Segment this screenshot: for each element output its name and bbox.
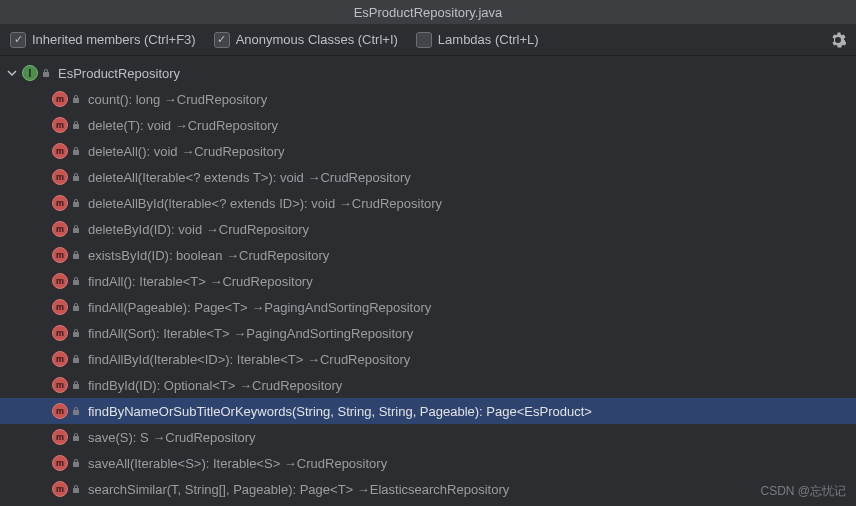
tree-method-node[interactable]: mfindAllById(Iterable<ID>): Iterable<T> … xyxy=(0,346,856,372)
watermark: CSDN @忘忧记 xyxy=(760,483,846,500)
lock-icon xyxy=(70,249,82,261)
method-label: findById(ID): Optional<T> →CrudRepositor… xyxy=(88,378,342,393)
checkbox-icon xyxy=(416,32,432,48)
lock-icon xyxy=(70,197,82,209)
method-label: deleteById(ID): void →CrudRepository xyxy=(88,222,309,237)
tree-method-node[interactable]: mdeleteById(ID): void →CrudRepository xyxy=(0,216,856,242)
method-label: searchSimilar(T, String[], Pageable): Pa… xyxy=(88,482,509,497)
method-icon: m xyxy=(52,299,68,315)
lock-icon xyxy=(70,93,82,105)
chevron-down-icon[interactable] xyxy=(4,65,20,81)
tree-method-node[interactable]: msearchSimilar(T, String[], Pageable): P… xyxy=(0,476,856,502)
tree-root-node[interactable]: I EsProductRepository xyxy=(0,60,856,86)
method-label: findByNameOrSubTitleOrKeywords(String, S… xyxy=(88,404,592,419)
method-icon: m xyxy=(52,481,68,497)
tree-method-node[interactable]: mfindAll(Sort): Iterable<T> →PagingAndSo… xyxy=(0,320,856,346)
lock-icon xyxy=(70,145,82,157)
method-label: deleteAll(Iterable<? extends T>): void →… xyxy=(88,170,411,185)
method-label: saveAll(Iterable<S>): Iterable<S> →CrudR… xyxy=(88,456,387,471)
method-icon: m xyxy=(52,195,68,211)
lock-icon xyxy=(70,405,82,417)
method-icon: m xyxy=(52,429,68,445)
lock-icon xyxy=(70,457,82,469)
title-bar: EsProductRepository.java xyxy=(0,0,856,24)
method-icon: m xyxy=(52,351,68,367)
lock-icon xyxy=(70,379,82,391)
inherited-members-toggle[interactable]: Inherited members (Ctrl+F3) xyxy=(10,32,196,48)
tree-method-node[interactable]: msaveAll(Iterable<S>): Iterable<S> →Crud… xyxy=(0,450,856,476)
method-icon: m xyxy=(52,403,68,419)
root-label: EsProductRepository xyxy=(58,66,180,81)
method-icon: m xyxy=(52,455,68,471)
tree-method-node[interactable]: mfindByNameOrSubTitleOrKeywords(String, … xyxy=(0,398,856,424)
method-label: existsById(ID): boolean →CrudRepository xyxy=(88,248,329,263)
inherited-members-label: Inherited members (Ctrl+F3) xyxy=(32,32,196,47)
checkbox-icon xyxy=(214,32,230,48)
lambdas-label: Lambdas (Ctrl+L) xyxy=(438,32,539,47)
lock-icon xyxy=(70,301,82,313)
lock-icon xyxy=(70,327,82,339)
method-icon: m xyxy=(52,247,68,263)
checkbox-icon xyxy=(10,32,26,48)
tree-method-node[interactable]: mdeleteAll(): void →CrudRepository xyxy=(0,138,856,164)
lock-icon xyxy=(70,223,82,235)
method-icon: m xyxy=(52,91,68,107)
structure-tree[interactable]: I EsProductRepository mcount(): long →Cr… xyxy=(0,56,856,502)
interface-icon: I xyxy=(22,65,38,81)
method-label: findAll(Pageable): Page<T> →PagingAndSor… xyxy=(88,300,431,315)
tree-method-node[interactable]: mfindAll(): Iterable<T> →CrudRepository xyxy=(0,268,856,294)
lambdas-toggle[interactable]: Lambdas (Ctrl+L) xyxy=(416,32,539,48)
tree-method-node[interactable]: mdelete(T): void →CrudRepository xyxy=(0,112,856,138)
lock-icon xyxy=(70,483,82,495)
method-label: findAll(): Iterable<T> →CrudRepository xyxy=(88,274,313,289)
file-title: EsProductRepository.java xyxy=(354,5,503,20)
method-label: findAllById(Iterable<ID>): Iterable<T> →… xyxy=(88,352,410,367)
method-icon: m xyxy=(52,117,68,133)
lock-icon xyxy=(70,171,82,183)
method-icon: m xyxy=(52,273,68,289)
method-icon: m xyxy=(52,325,68,341)
lock-icon xyxy=(70,119,82,131)
method-icon: m xyxy=(52,143,68,159)
method-label: deleteAll(): void →CrudRepository xyxy=(88,144,285,159)
method-icon: m xyxy=(52,377,68,393)
anonymous-classes-toggle[interactable]: Anonymous Classes (Ctrl+I) xyxy=(214,32,398,48)
lock-icon xyxy=(70,353,82,365)
lock-icon xyxy=(40,67,52,79)
anonymous-classes-label: Anonymous Classes (Ctrl+I) xyxy=(236,32,398,47)
tree-method-node[interactable]: mexistsById(ID): boolean →CrudRepository xyxy=(0,242,856,268)
gear-icon[interactable] xyxy=(830,32,846,48)
method-label: delete(T): void →CrudRepository xyxy=(88,118,278,133)
tree-method-node[interactable]: mfindAll(Pageable): Page<T> →PagingAndSo… xyxy=(0,294,856,320)
method-label: save(S): S →CrudRepository xyxy=(88,430,256,445)
method-label: count(): long →CrudRepository xyxy=(88,92,267,107)
method-label: findAll(Sort): Iterable<T> →PagingAndSor… xyxy=(88,326,413,341)
tree-method-node[interactable]: mcount(): long →CrudRepository xyxy=(0,86,856,112)
lock-icon xyxy=(70,275,82,287)
method-icon: m xyxy=(52,221,68,237)
tree-method-node[interactable]: mdeleteAll(Iterable<? extends T>): void … xyxy=(0,164,856,190)
tree-method-node[interactable]: mfindById(ID): Optional<T> →CrudReposito… xyxy=(0,372,856,398)
method-label: deleteAllById(Iterable<? extends ID>): v… xyxy=(88,196,442,211)
method-icon: m xyxy=(52,169,68,185)
tree-method-node[interactable]: msave(S): S →CrudRepository xyxy=(0,424,856,450)
lock-icon xyxy=(70,431,82,443)
tree-method-node[interactable]: mdeleteAllById(Iterable<? extends ID>): … xyxy=(0,190,856,216)
structure-toolbar: Inherited members (Ctrl+F3) Anonymous Cl… xyxy=(0,24,856,56)
